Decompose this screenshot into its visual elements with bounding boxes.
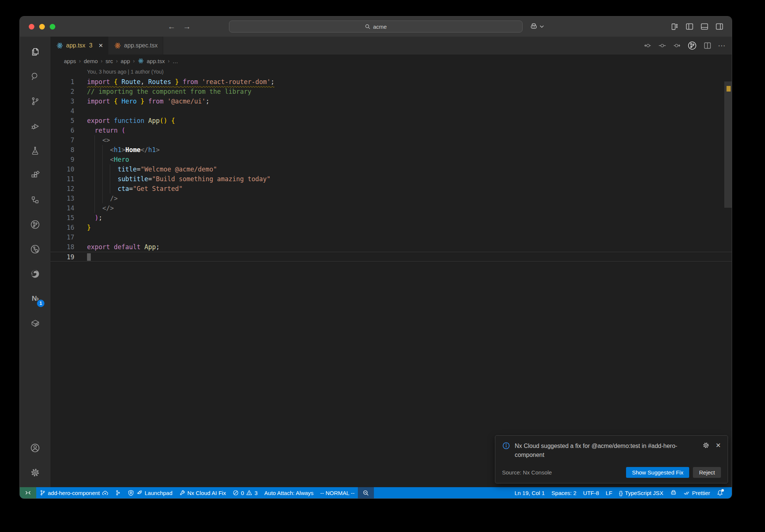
run-debug-icon[interactable] [23, 114, 47, 138]
nx-console-icon[interactable]: N› 1 [23, 286, 47, 311]
code-line[interactable]: 2// importing the component from the lib… [50, 87, 732, 96]
breadcrumb-item[interactable]: app [121, 58, 130, 64]
breadcrumb-item[interactable]: apps [64, 58, 76, 64]
code-line[interactable]: 12 cta="Get Started" [50, 184, 732, 194]
breadcrumb-item[interactable]: app.tsx [147, 58, 165, 64]
command-center-search[interactable]: acme [229, 21, 523, 33]
git-branch-status[interactable]: add-hero-component [36, 487, 112, 498]
code-line[interactable]: 5export function App() { [50, 116, 732, 126]
line-number[interactable]: 13 [50, 194, 74, 203]
notification-settings-gear-icon[interactable] [702, 442, 710, 449]
code-line[interactable]: 19 [50, 252, 732, 262]
code-line[interactable]: 10 title="Welcmoe @acme/demo" [50, 164, 732, 174]
breadcrumb-item[interactable]: src [105, 58, 113, 64]
line-number[interactable]: 7 [50, 135, 74, 145]
line-number[interactable]: 2 [50, 87, 74, 96]
line-number[interactable]: 11 [50, 174, 74, 184]
problems-status[interactable]: 0 3 [229, 487, 261, 498]
nx-cloud-fix-status[interactable]: Nx Cloud AI Fix [176, 487, 229, 498]
line-number[interactable]: 1 [50, 77, 74, 87]
history-forward-icon[interactable]: → [183, 22, 191, 31]
minimize-window-button[interactable] [39, 24, 45, 30]
line-number[interactable]: 5 [50, 116, 74, 126]
code-line[interactable]: 6 return ( [50, 126, 732, 135]
eol-status[interactable]: LF [603, 487, 616, 498]
settings-gear-icon[interactable] [23, 460, 47, 485]
package-icon[interactable] [23, 311, 47, 335]
hierarchy-icon[interactable] [23, 188, 47, 212]
edge-browser-icon[interactable] [23, 262, 47, 286]
notifications-bell-status[interactable] [713, 487, 727, 498]
customize-layout-icon[interactable] [671, 23, 679, 31]
close-window-button[interactable] [29, 24, 34, 30]
line-number[interactable]: 6 [50, 126, 74, 135]
line-number[interactable]: 19 [50, 252, 74, 261]
testing-icon[interactable] [23, 138, 47, 163]
toggle-primary-sidebar-icon[interactable] [685, 22, 694, 31]
code-line[interactable]: 7 <> [50, 135, 732, 145]
breadcrumb-item[interactable]: … [173, 58, 178, 64]
language-mode-status[interactable]: {} TypeScript JSX [616, 487, 667, 498]
code-line[interactable]: 3import { Hero } from '@acme/ui'; [50, 96, 732, 106]
cursor-position-status[interactable]: Ln 19, Col 1 [511, 487, 548, 498]
code-line[interactable]: 17 [50, 232, 732, 242]
tab-app-tsx[interactable]: app.tsx 3 ✕ [50, 37, 108, 55]
line-number[interactable]: 12 [50, 184, 74, 194]
source-control-icon[interactable] [23, 89, 47, 114]
split-editor-icon[interactable] [703, 41, 712, 50]
gitlens-icon[interactable] [23, 212, 47, 237]
code-line[interactable]: 4 [50, 106, 732, 116]
extensions-icon[interactable] [23, 163, 47, 188]
gitlens-graph-icon[interactable] [687, 41, 697, 50]
code-line[interactable]: 16} [50, 223, 732, 232]
remote-indicator[interactable] [20, 487, 36, 498]
account-icon[interactable] [23, 436, 47, 460]
code-line[interactable]: 15 ); [50, 213, 732, 223]
code-line[interactable]: 9 <Hero [50, 155, 732, 164]
breadcrumb-item[interactable]: demo [84, 58, 98, 64]
explorer-icon[interactable] [23, 40, 47, 64]
line-number[interactable]: 4 [50, 106, 74, 116]
gitlens-back-icon[interactable] [644, 41, 652, 50]
close-tab-icon[interactable]: ✕ [99, 42, 103, 49]
reject-button[interactable]: Reject [693, 467, 721, 478]
copilot-status[interactable] [667, 487, 680, 498]
auto-attach-status[interactable]: Auto Attach: Always [261, 487, 317, 498]
encoding-status[interactable]: UTF-8 [580, 487, 603, 498]
line-number[interactable]: 3 [50, 96, 74, 106]
copilot-menu[interactable] [530, 22, 544, 31]
tab-app-spec-tsx[interactable]: app.spec.tsx [108, 37, 163, 55]
code-line[interactable]: 14 </> [50, 203, 732, 213]
editor[interactable]: You, 3 hours ago | 1 author (You) 1impor… [50, 67, 732, 487]
indentation-status[interactable]: Spaces: 2 [548, 487, 580, 498]
line-number[interactable]: 15 [50, 213, 74, 223]
gitlens-inspect-icon[interactable] [23, 237, 47, 262]
line-number[interactable]: 10 [50, 164, 74, 174]
prettier-status[interactable]: Prettier [680, 487, 713, 498]
search-icon[interactable] [23, 64, 47, 89]
code-line[interactable]: 18export default App; [50, 242, 732, 252]
line-number[interactable]: 17 [50, 232, 74, 242]
toggle-panel-icon[interactable] [700, 22, 709, 31]
code-line[interactable]: 1import { Route, Routes } from 'react-ro… [50, 77, 732, 87]
gitlens-forward-icon[interactable] [673, 41, 681, 50]
commit-graph-status[interactable] [112, 487, 124, 498]
code-line[interactable]: 13 /> [50, 194, 732, 203]
editor-scrollbar[interactable] [724, 81, 732, 208]
code-line[interactable]: 8 <h1>Home</h1> [50, 145, 732, 155]
toggle-secondary-sidebar-icon[interactable] [715, 22, 724, 31]
line-number[interactable]: 16 [50, 223, 74, 232]
zoom-window-button[interactable] [50, 24, 55, 30]
line-number[interactable]: 18 [50, 242, 74, 252]
gitlens-current-icon[interactable] [658, 41, 666, 50]
show-suggested-fix-button[interactable]: Show Suggested Fix [626, 467, 690, 478]
line-number[interactable]: 8 [50, 145, 74, 155]
launchpad-status[interactable]: Launchpad [124, 487, 176, 498]
line-number[interactable]: 9 [50, 155, 74, 164]
vim-mode-status[interactable]: -- NORMAL -- [317, 487, 358, 498]
code-line[interactable]: 11 subtitle="Build something amazing tod… [50, 174, 732, 184]
history-back-icon[interactable]: ← [168, 22, 176, 31]
notification-close-icon[interactable]: ✕ [716, 442, 721, 449]
zoom-out-status[interactable] [358, 487, 374, 498]
more-actions-icon[interactable]: ⋯ [718, 41, 726, 50]
